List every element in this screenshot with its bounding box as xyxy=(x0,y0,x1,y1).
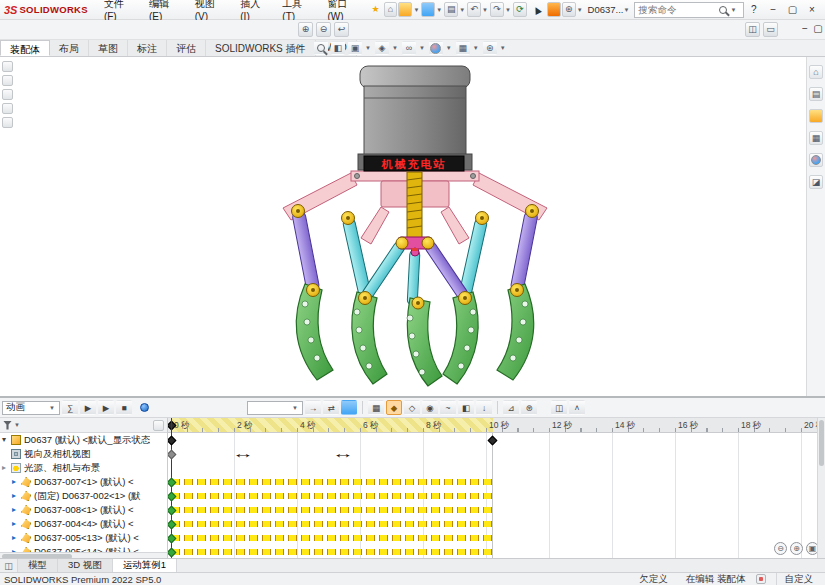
filter-dropdown-arrow[interactable]: ▼ xyxy=(14,422,20,428)
rebuild-icon[interactable]: ⟳ xyxy=(513,2,527,17)
tree-options-icon[interactable] xyxy=(153,420,164,431)
expand-arrow-icon[interactable]: ▸ xyxy=(0,464,8,472)
file-explorer-icon[interactable] xyxy=(809,109,823,123)
motion-tree-item-part[interactable]: ▸ D0637-004<4> (默认) < xyxy=(0,517,168,531)
search-icon[interactable] xyxy=(719,6,727,14)
calculate-button[interactable]: ∑ xyxy=(62,400,78,415)
motion-tree-item-root[interactable]: ▾ D0637 (默认) <默认_显示状态 xyxy=(0,433,168,447)
tab-assembly[interactable]: 装配体 xyxy=(0,40,50,56)
hide-show-arrow[interactable]: ▼ xyxy=(419,45,425,51)
timeline-key-bar[interactable] xyxy=(171,479,493,485)
timeline-zoom-out-icon[interactable]: ⊖ xyxy=(774,542,787,555)
results-plots-button[interactable]: ⊿ xyxy=(503,400,519,415)
pane-split-icon[interactable]: ◫ xyxy=(745,22,760,37)
tab-evaluate[interactable]: 评估 xyxy=(167,40,206,56)
graphics-viewport[interactable]: 机械充电站 xyxy=(0,57,825,396)
expand-arrow-icon[interactable]: ▸ xyxy=(10,506,18,514)
custom-properties-icon[interactable]: ◪ xyxy=(809,175,823,189)
display-style-arrow[interactable]: ▼ xyxy=(392,45,398,51)
collapse-motionmanager-button[interactable]: ◫ xyxy=(551,400,567,415)
view-settings-arrow[interactable]: ▼ xyxy=(500,45,506,51)
timeline-key-bar[interactable] xyxy=(171,535,493,541)
motor-button[interactable]: ◉ xyxy=(422,400,438,415)
design-library-icon[interactable]: ▤ xyxy=(809,87,823,101)
view-settings-icon[interactable]: ⊛ xyxy=(483,41,497,55)
flyout-tree-icon-4[interactable] xyxy=(2,103,13,114)
tab-layout[interactable]: 布局 xyxy=(50,40,89,56)
zoom-fit-icon[interactable] xyxy=(314,41,328,55)
tab-model[interactable]: 模型 xyxy=(18,559,58,572)
open-icon[interactable] xyxy=(398,2,412,17)
restore-button[interactable]: ▢ xyxy=(783,4,801,15)
playback-mode-icon[interactable]: → xyxy=(305,400,321,415)
view-palette-icon[interactable]: ▦ xyxy=(809,131,823,145)
scrollbar-thumb[interactable] xyxy=(819,420,824,466)
time-slider-thumb[interactable] xyxy=(140,403,149,412)
undo-dropdown-arrow[interactable]: ▼ xyxy=(482,7,488,13)
customize-button[interactable]: 自定义 xyxy=(776,573,822,585)
save-dropdown-arrow[interactable]: ▼ xyxy=(436,7,442,13)
previous-view-icon[interactable]: ↩ xyxy=(334,22,349,37)
minimize-button[interactable]: − xyxy=(764,4,782,15)
stop-button[interactable]: ■ xyxy=(116,400,132,415)
keyframe-diamond[interactable] xyxy=(487,435,497,445)
motion-tree-item-part[interactable]: ▸ D0637-005<13> (默认) < xyxy=(0,531,168,545)
timeline-zoom-in-icon[interactable]: ⊕ xyxy=(790,542,803,555)
play-from-start-button[interactable]: ▶ xyxy=(80,400,96,415)
home-icon[interactable]: ⌂ xyxy=(384,2,398,17)
motion-timeline[interactable]: 0 秒 2 秒 4 秒 6 秒 8 秒 10 秒 12 秒 14 秒 16 秒 … xyxy=(168,418,817,560)
status-mode-icon[interactable] xyxy=(756,574,766,584)
options-gear-icon[interactable]: ⊛ xyxy=(562,2,576,17)
expand-arrow-icon[interactable]: ▾ xyxy=(0,436,8,444)
display-style-icon[interactable]: ◈ xyxy=(375,41,389,55)
motion-tree-item-part[interactable]: ▸ D0637-008<1> (默认) < xyxy=(0,503,168,517)
timeline-key-bar[interactable] xyxy=(171,507,493,513)
motion-tree-item-orientation[interactable]: 视向及相机视图 xyxy=(0,447,168,461)
timeline-key-bar[interactable] xyxy=(171,549,493,555)
animation-wizard-button[interactable]: ▦ xyxy=(368,400,384,415)
search-input[interactable] xyxy=(638,4,716,15)
select-tool-icon[interactable]: ▲ xyxy=(528,1,545,19)
expand-motionmanager-button[interactable]: ˄ xyxy=(569,400,585,415)
expand-arrow-icon[interactable]: ▸ xyxy=(10,534,18,542)
pane-close-icon[interactable]: ▭ xyxy=(763,22,778,37)
keyframe-diamond[interactable] xyxy=(168,449,176,459)
section-view-icon[interactable]: ◧ xyxy=(331,41,345,55)
view-orientation-icon[interactable]: ▣ xyxy=(348,41,362,55)
autokey-button[interactable]: ◆ xyxy=(386,400,402,415)
flyout-tree-icon-3[interactable] xyxy=(2,89,13,100)
keyframe-diamond[interactable] xyxy=(168,435,176,445)
help-button[interactable]: ? xyxy=(745,4,763,15)
zoom-in-icon[interactable]: ⊕ xyxy=(298,22,313,37)
document-dropdown[interactable]: D0637...▼ xyxy=(588,4,631,15)
expand-arrow-icon[interactable]: ▸ xyxy=(10,478,18,486)
study-type-select[interactable]: 动画▼ xyxy=(2,401,60,415)
favorites-star-icon[interactable]: ★ xyxy=(369,2,383,17)
expand-arrow-icon[interactable]: ▸ xyxy=(10,520,18,528)
contact-button[interactable]: ◧ xyxy=(458,400,474,415)
timeline-key-bar[interactable] xyxy=(171,493,493,499)
motion-tree-item-part[interactable]: ▸ D0637-007<1> (默认) < xyxy=(0,475,168,489)
gravity-button[interactable]: ↓ xyxy=(476,400,492,415)
flyout-tree-icon-1[interactable] xyxy=(2,61,13,72)
timeline-ruler[interactable]: 0 秒 2 秒 4 秒 6 秒 8 秒 10 秒 12 秒 14 秒 16 秒 … xyxy=(168,418,817,433)
filter-icon[interactable] xyxy=(3,421,12,430)
undo-icon[interactable]: ↶ xyxy=(467,2,481,17)
document-restore-button[interactable]: ▢ xyxy=(808,23,825,34)
motion-tree-item-part[interactable]: ▸ (固定) D0637-002<1> (默 xyxy=(0,489,168,503)
search-dropdown-arrow[interactable]: ▼ xyxy=(730,7,736,13)
tab-3d-views[interactable]: 3D 视图 xyxy=(58,559,113,572)
appearances-icon[interactable] xyxy=(809,153,823,167)
edit-appearance-icon[interactable] xyxy=(429,41,443,55)
hide-show-items-icon[interactable]: ∞ xyxy=(402,41,416,55)
sketch-icon[interactable] xyxy=(547,2,561,17)
appearance-arrow[interactable]: ▼ xyxy=(446,45,452,51)
camera-key-marker[interactable]: ↔ xyxy=(231,447,253,460)
scene-arrow[interactable]: ▼ xyxy=(473,45,479,51)
flyout-tree-icon-5[interactable] xyxy=(2,117,13,128)
view-orientation-arrow[interactable]: ▼ xyxy=(365,45,371,51)
vertical-scrollbar[interactable] xyxy=(817,418,825,560)
save-icon[interactable] xyxy=(421,2,435,17)
options-dropdown-arrow[interactable]: ▼ xyxy=(577,7,583,13)
close-button[interactable]: × xyxy=(803,4,821,15)
